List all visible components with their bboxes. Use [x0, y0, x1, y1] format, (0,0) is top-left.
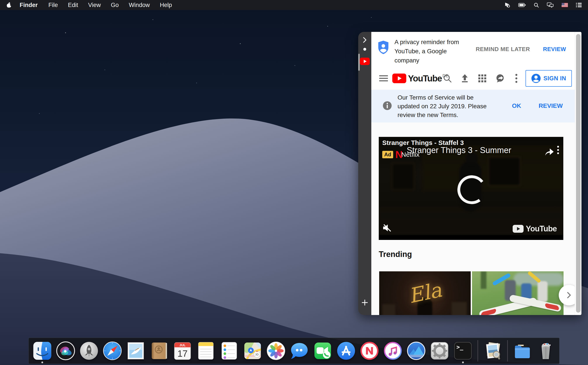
svg-text:3D: 3D — [255, 353, 259, 356]
messages-bubble-icon[interactable] — [495, 74, 505, 83]
service-sidebar — [358, 32, 371, 315]
menu-view[interactable]: View — [83, 0, 106, 10]
menu-go[interactable]: Go — [106, 0, 124, 10]
screen-sharing-icon[interactable] — [504, 2, 510, 8]
sign-in-label: SIGN IN — [543, 75, 566, 82]
share-icon[interactable] — [544, 147, 554, 156]
displays-icon[interactable] — [547, 2, 554, 8]
expand-chevron-icon[interactable] — [362, 37, 367, 43]
video-kebab-icon[interactable] — [557, 146, 559, 154]
dock-siri-icon[interactable] — [56, 341, 76, 361]
dock-contacts-icon[interactable] — [149, 341, 169, 361]
thumb2-tree — [481, 271, 486, 289]
menu-edit[interactable]: Edit — [63, 0, 83, 10]
sidebar-scroll-handle[interactable] — [358, 54, 360, 71]
svg-text:JUL: JUL — [179, 343, 185, 347]
ad-badge: Ad — [382, 151, 393, 158]
dock-mail-icon[interactable] — [126, 341, 146, 361]
dock-documents-folder-icon[interactable] — [512, 341, 532, 361]
svg-text:>_: >_ — [456, 344, 463, 350]
terms-ok-button[interactable]: OK — [512, 102, 521, 109]
trending-thumbnail-1[interactable]: Ela — [379, 271, 471, 315]
watermark-label: YouTube — [526, 224, 557, 233]
youtube-play-icon — [392, 73, 406, 83]
input-source-us-flag-icon[interactable] — [562, 3, 568, 7]
dock-safari-icon[interactable] — [102, 341, 122, 361]
dock: JUL17 3D — [28, 338, 560, 364]
youtube-content: A privacy reminder from YouTube, a Googl… — [371, 32, 581, 315]
thumb1-prop-left — [382, 304, 395, 315]
desktop: Finder File Edit View Go Window Help — [0, 0, 588, 365]
youtube-logo[interactable]: YouTube DE — [392, 73, 448, 83]
youtube-wordmark: YouTube — [408, 73, 442, 83]
dock-maps-icon[interactable]: 3D — [243, 341, 263, 361]
svg-text:17: 17 — [177, 348, 188, 359]
privacy-banner: A privacy reminder from YouTube, a Googl… — [371, 32, 575, 67]
dock-facetime-icon[interactable] — [313, 341, 333, 361]
kebab-menu-icon[interactable] — [515, 74, 518, 83]
dock-notes-icon[interactable] — [196, 341, 216, 361]
apple-icon — [6, 2, 12, 8]
trending-heading: Trending — [379, 250, 412, 259]
item-list-icon[interactable] — [576, 2, 582, 8]
watermark-play-icon — [513, 225, 524, 233]
notification-dot-icon[interactable] — [363, 48, 367, 51]
menu-help[interactable]: Help — [155, 0, 177, 10]
dock-terminal-icon[interactable]: >_ — [453, 341, 473, 361]
service-panel-window: A privacy reminder from YouTube, a Googl… — [358, 32, 581, 315]
trending-thumbnail-2[interactable] — [472, 271, 564, 315]
menu-bar: Finder File Edit View Go Window Help — [0, 0, 588, 10]
dock-finder-icon[interactable] — [32, 341, 52, 361]
video-player[interactable]: Stranger Things - Staffel 3 Ad N Netflix… — [379, 137, 563, 240]
youtube-service-icon[interactable] — [360, 58, 370, 65]
dock-itunes-icon[interactable] — [383, 341, 403, 361]
privacy-shield-icon — [377, 40, 389, 55]
info-icon — [383, 101, 392, 110]
menu-app-name[interactable]: Finder — [14, 0, 43, 10]
hamburger-menu-icon[interactable] — [379, 75, 388, 82]
add-service-icon[interactable] — [361, 299, 368, 306]
dock-reminders-icon[interactable] — [219, 341, 239, 361]
dock-mountain-app-icon[interactable] — [406, 341, 426, 361]
panel-scrollbar-track[interactable] — [575, 32, 581, 315]
privacy-review-button[interactable]: REVIEW — [543, 46, 566, 53]
terminal-running-dot — [462, 362, 464, 363]
menu-window[interactable]: Window — [124, 0, 155, 10]
dock-launchpad-icon[interactable] — [79, 341, 99, 361]
terms-message: Our Terms of Service will be updated on … — [397, 93, 496, 119]
thumb2-person-3 — [538, 281, 548, 302]
terms-review-button[interactable]: REVIEW — [539, 102, 563, 109]
dock-messages-icon[interactable] — [290, 341, 310, 361]
remind-me-later-button[interactable]: REMIND ME LATER — [476, 46, 530, 53]
dock-calendar-icon[interactable]: JUL17 — [173, 341, 193, 361]
youtube-watermark: YouTube — [513, 224, 557, 233]
dock-system-preferences-icon[interactable] — [430, 341, 450, 361]
letterbox-bar — [379, 235, 563, 240]
apple-menu[interactable] — [0, 0, 14, 10]
ad-title: Stranger Things - Staffel 3 — [382, 139, 464, 147]
chevron-right-icon — [566, 292, 572, 299]
panel-scrollbar-thumb[interactable] — [576, 34, 581, 313]
account-icon — [531, 74, 541, 83]
apps-grid-icon[interactable] — [478, 74, 487, 83]
finder-running-dot — [42, 362, 43, 363]
dock-separator — [507, 340, 508, 362]
sign-in-button[interactable]: SIGN IN — [525, 70, 572, 87]
dock-photos-icon[interactable] — [266, 341, 286, 361]
video-overlay-title: Stranger Things 3 - Summer — [407, 146, 511, 155]
thumb1-prop-right — [452, 302, 467, 315]
privacy-message: A privacy reminder from YouTube, a Googl… — [395, 38, 464, 65]
dock-app-store-icon[interactable] — [336, 341, 356, 361]
menu-file[interactable]: File — [43, 0, 63, 10]
spotlight-icon[interactable] — [534, 2, 539, 8]
dock-separator — [478, 340, 478, 362]
muted-icon[interactable] — [382, 224, 392, 233]
youtube-toolbar: YouTube DE — [371, 67, 575, 90]
battery-icon[interactable] — [518, 3, 526, 7]
dock-preview-stack-icon[interactable] — [483, 341, 503, 361]
dock-trash-icon[interactable] — [536, 341, 556, 361]
dock-news-icon[interactable] — [360, 341, 380, 361]
search-icon[interactable] — [443, 74, 452, 83]
terms-notice: Our Terms of Service will be updated on … — [371, 90, 575, 122]
upload-icon[interactable] — [460, 74, 469, 83]
